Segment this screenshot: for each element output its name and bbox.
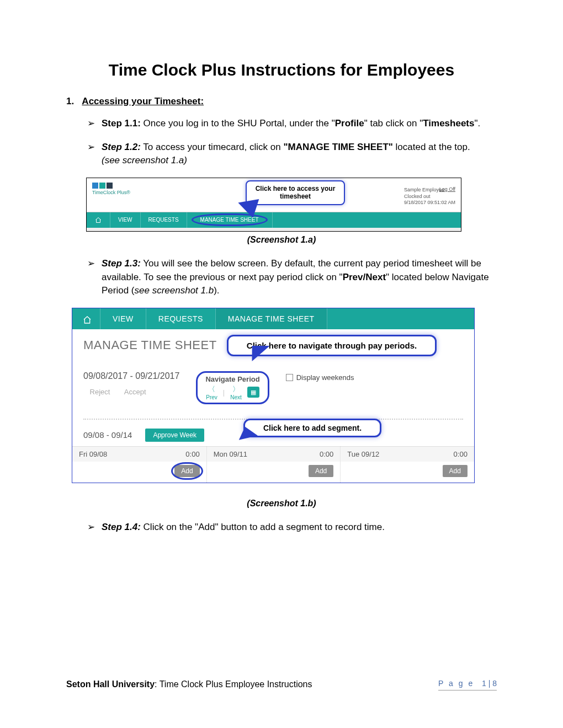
- timestamp: 9/18/2017 09:51:02 AM: [404, 200, 455, 206]
- screenshot-1a: TimeClock Plus® Click here to access you…: [86, 178, 461, 232]
- add-segment-button[interactable]: Add: [309, 465, 333, 477]
- next-button[interactable]: 〉 Next: [230, 384, 242, 400]
- day-hours: 0:00: [185, 450, 199, 458]
- document-page: Time Clock Plus Instructions for Employe…: [0, 0, 563, 728]
- day-hours: 0:00: [320, 450, 333, 458]
- nav-manage-timesheet[interactable]: MANAGE TIME SHEET: [187, 212, 273, 228]
- step-1-2: ➢ Step 1.2: To access your timecard, cli…: [87, 141, 497, 168]
- step-1-3: ➢ Step 1.3: You will see the below scree…: [87, 257, 497, 298]
- day-hours: 0:00: [454, 450, 468, 458]
- approve-week-button[interactable]: Approve Week: [145, 429, 204, 442]
- day-label: Tue 09/12: [347, 450, 379, 458]
- nav-bar: VIEW REQUESTS MANAGE TIME SHEET: [87, 212, 461, 228]
- logoff-link[interactable]: Log Off: [439, 186, 455, 193]
- screenshot-1b: VIEW REQUESTS MANAGE TIME SHEET MANAGE T…: [72, 308, 475, 483]
- callout-navigate-periods: Click here to navigate through pay perio…: [227, 335, 437, 356]
- days-row: Fri 09/080:00 Add Mon 09/110:00 Add Tue …: [72, 446, 474, 483]
- chevron-left-icon: 〈: [206, 384, 217, 394]
- add-segment-button[interactable]: Add: [174, 465, 199, 477]
- day-label: Fri 09/08: [79, 450, 107, 458]
- footer-left: Seton Hall University: Time Clock Plus E…: [66, 679, 312, 689]
- accept-button[interactable]: Accept: [119, 388, 152, 396]
- step-label: Step 1.3:: [102, 258, 141, 269]
- step-1-1: ➢ Step 1.1: Once you log in to the SHU P…: [87, 117, 497, 131]
- navigate-period-box: Navigate Period 〈 Prev | 〉 Next ▦: [196, 371, 269, 404]
- day-column: Fri 09/080:00 Add: [72, 447, 206, 483]
- navigate-period-label: Navigate Period: [205, 375, 259, 383]
- pay-period-range: 09/08/2017 - 09/21/2017: [83, 371, 179, 381]
- calendar-icon[interactable]: ▦: [247, 387, 259, 398]
- day-label: Mon 09/11: [214, 450, 247, 458]
- checkbox-icon: [286, 374, 293, 381]
- display-weekends-toggle[interactable]: Display weekends: [286, 373, 354, 382]
- step-1-4: ➢ Step 1.4: Click on the "Add" button to…: [87, 521, 497, 534]
- week-range: 09/08 - 09/14: [83, 430, 132, 440]
- user-info: Log Off Sample Employee Clocked out 9/18…: [404, 187, 455, 206]
- nav-manage-timesheet[interactable]: MANAGE TIME SHEET: [216, 308, 327, 329]
- doc-title: Time Clock Plus Instructions for Employe…: [66, 61, 497, 79]
- prev-button[interactable]: 〈 Prev: [206, 384, 217, 400]
- clock-status: Clocked out: [404, 194, 455, 200]
- chevron-right-icon: 〉: [230, 384, 242, 394]
- bullet-icon: ➢: [87, 141, 102, 168]
- callout-add-segment: Click here to add segment.: [243, 419, 381, 437]
- nav-requests[interactable]: REQUESTS: [146, 308, 216, 329]
- step-label: Step 1.1:: [102, 118, 141, 129]
- callout-access-timesheet: Click here to access your timesheet: [246, 180, 345, 205]
- nav-bar: VIEW REQUESTS MANAGE TIME SHEET: [72, 308, 474, 329]
- step-label: Step 1.2:: [102, 142, 141, 152]
- day-column: Mon 09/110:00 Add: [206, 447, 341, 483]
- caption-1a: (Screenshot 1.a): [66, 235, 497, 245]
- caption-1b: (Screenshot 1.b): [66, 499, 497, 508]
- bullet-icon: ➢: [87, 257, 102, 298]
- home-icon: [82, 315, 90, 322]
- app-logo: TimeClock Plus®: [92, 183, 130, 195]
- nav-view[interactable]: VIEW: [110, 212, 141, 228]
- day-column: Tue 09/120:00 Add: [340, 447, 474, 483]
- section-1-heading: 1. Accessing your Timesheet:: [66, 96, 497, 107]
- see-ref: (see screenshot 1.a): [102, 155, 187, 165]
- step-label: Step 1.4:: [102, 522, 141, 532]
- section-title: Accessing your Timesheet:: [82, 96, 204, 106]
- bullet-icon: ➢: [87, 117, 102, 131]
- nav-view[interactable]: VIEW: [100, 308, 146, 329]
- section-number: 1.: [66, 96, 74, 106]
- nav-home[interactable]: [87, 212, 110, 228]
- nav-requests[interactable]: REQUESTS: [141, 212, 187, 228]
- bullet-icon: ➢: [87, 521, 102, 534]
- reject-button[interactable]: Reject: [83, 388, 116, 396]
- footer-page: P a g e 1 | 8: [438, 679, 497, 702]
- add-segment-button[interactable]: Add: [443, 465, 468, 477]
- home-icon: [94, 217, 102, 223]
- nav-home[interactable]: [72, 308, 100, 329]
